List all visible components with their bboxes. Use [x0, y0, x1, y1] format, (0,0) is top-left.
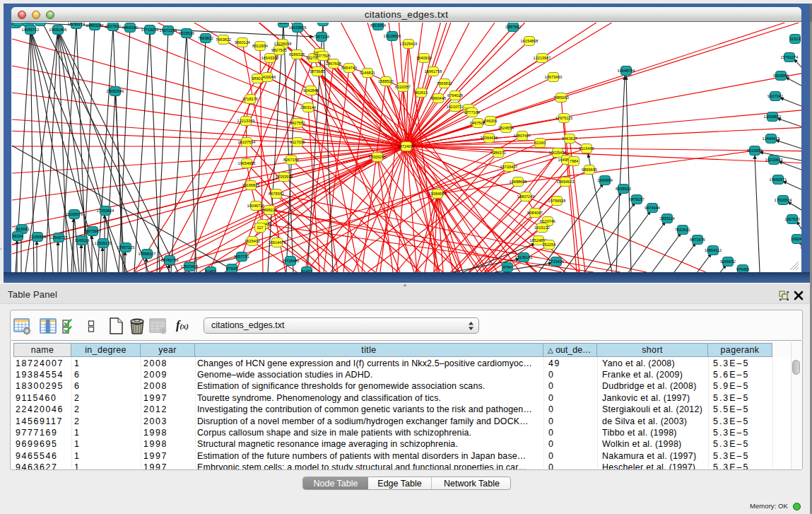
- svg-text:8220357: 8220357: [395, 85, 411, 89]
- svg-text:17957225: 17957225: [117, 245, 135, 250]
- svg-text:10654112: 10654112: [705, 248, 722, 252]
- svg-text:1733426: 1733426: [548, 259, 564, 264]
- svg-text:10025438: 10025438: [549, 151, 567, 155]
- svg-text:8990448: 8990448: [430, 96, 446, 100]
- svg-text:2987682: 2987682: [505, 25, 521, 29]
- svg-text:10958107: 10958107: [139, 252, 156, 256]
- svg-text:8215953: 8215953: [747, 148, 763, 153]
- svg-text:6497508: 6497508: [470, 121, 486, 125]
- svg-text:9827505: 9827505: [271, 48, 287, 52]
- svg-text:91433: 91433: [301, 269, 312, 272]
- svg-text:11513: 11513: [789, 37, 800, 41]
- svg-text:19384554: 19384554: [429, 192, 447, 196]
- svg-text:9041: 9041: [279, 23, 288, 25]
- svg-text:8912954: 8912954: [252, 44, 268, 48]
- svg-text:15136141: 15136141: [515, 255, 533, 259]
- svg-text:1588520: 1588520: [378, 79, 394, 83]
- svg-text:7515526: 7515526: [179, 31, 194, 35]
- svg-text:6120746: 6120746: [540, 219, 555, 223]
- svg-text:2803144: 2803144: [300, 105, 316, 110]
- svg-text:9146821: 9146821: [360, 71, 375, 75]
- svg-text:6479197: 6479197: [629, 197, 645, 201]
- svg-text:18724007: 18724007: [398, 144, 416, 148]
- svg-text:9117006: 9117006: [290, 140, 305, 144]
- svg-text:12923406: 12923406: [181, 264, 199, 269]
- svg-text:8678352: 8678352: [269, 192, 284, 196]
- svg-text:3498222: 3498222: [261, 208, 277, 212]
- svg-text:19166825: 19166825: [242, 183, 260, 187]
- svg-text:109246: 109246: [791, 237, 801, 241]
- svg-text:19654985: 19654985: [238, 161, 256, 165]
- svg-text:10688609: 10688609: [510, 180, 527, 184]
- svg-text:3875685: 3875685: [310, 69, 325, 74]
- svg-text:9463627: 9463627: [562, 136, 577, 141]
- svg-text:20691406: 20691406: [49, 28, 67, 32]
- svg-text:87645: 87645: [226, 267, 237, 271]
- svg-text:12093822: 12093822: [764, 115, 782, 119]
- svg-text:16961758: 16961758: [425, 69, 442, 74]
- svg-text:19756928: 19756928: [548, 199, 566, 203]
- svg-text:9242848: 9242848: [303, 88, 319, 93]
- svg-text:9660124: 9660124: [235, 40, 250, 45]
- svg-text:12975115: 12975115: [555, 116, 572, 120]
- svg-text:9115460: 9115460: [579, 146, 594, 151]
- svg-text:19654923: 19654923: [557, 180, 575, 184]
- svg-text:92450: 92450: [205, 269, 216, 272]
- svg-text:9329966: 9329966: [773, 74, 789, 78]
- svg-text:12505135: 12505135: [95, 241, 112, 245]
- svg-text:1615132: 1615132: [534, 226, 550, 230]
- svg-text:1167533: 1167533: [784, 217, 799, 221]
- svg-text:16210643: 16210643: [765, 158, 783, 162]
- svg-text:9084067: 9084067: [527, 211, 543, 215]
- svg-text:20364436: 20364436: [481, 136, 498, 140]
- svg-text:10719155: 10719155: [141, 28, 159, 32]
- svg-text:15720407: 15720407: [500, 165, 518, 169]
- svg-text:16648784: 16648784: [618, 69, 635, 73]
- svg-text:19218506: 19218506: [384, 34, 401, 38]
- svg-text:7386372: 7386372: [490, 151, 506, 155]
- svg-text:746206: 746206: [484, 119, 498, 123]
- svg-text:16154808: 16154808: [521, 39, 539, 43]
- svg-text:13325419: 13325419: [400, 42, 418, 46]
- svg-text:12353594: 12353594: [276, 175, 293, 179]
- svg-text:17353924: 17353924: [97, 209, 114, 213]
- svg-text:3915061: 3915061: [14, 227, 30, 231]
- svg-text:8471676: 8471676: [690, 238, 705, 242]
- svg-text:9377505: 9377505: [315, 54, 331, 58]
- svg-text:12942737: 12942737: [50, 235, 68, 240]
- svg-text:15751074: 15751074: [781, 55, 799, 59]
- svg-text:16914479: 16914479: [269, 240, 286, 245]
- svg-text:7663822: 7663822: [216, 37, 231, 42]
- svg-text:8454749: 8454749: [341, 66, 357, 70]
- svg-text:976455: 976455: [736, 267, 750, 271]
- svg-text:15716485: 15716485: [282, 259, 300, 263]
- svg-text:17016504: 17016504: [775, 198, 792, 202]
- svg-text:16210722: 16210722: [447, 105, 464, 109]
- svg-text:9657791: 9657791: [234, 255, 249, 259]
- svg-text:16543362: 16543362: [261, 56, 279, 60]
- svg-text:20975867: 20975867: [84, 229, 102, 233]
- svg-text:2867608: 2867608: [326, 62, 341, 66]
- svg-text:18300295: 18300295: [369, 155, 387, 159]
- svg-text:9899695: 9899695: [582, 168, 597, 172]
- svg-text:1540910: 1540910: [416, 56, 432, 60]
- svg-text:8186328: 8186328: [289, 52, 305, 57]
- svg-text:18807249: 18807249: [517, 194, 535, 199]
- svg-text:8813054: 8813054: [370, 23, 386, 28]
- svg-text:9777169: 9777169: [464, 110, 480, 115]
- svg-text:14055712: 14055712: [22, 28, 40, 32]
- svg-text:10853287: 10853287: [86, 23, 104, 28]
- svg-text:6466160: 6466160: [122, 25, 138, 30]
- svg-text:12444419: 12444419: [763, 136, 780, 141]
- svg-text:8113: 8113: [24, 23, 33, 24]
- svg-text:7663822: 7663822: [198, 36, 213, 40]
- svg-text:117: 117: [257, 226, 264, 230]
- svg-text:3624554: 3624554: [498, 126, 514, 130]
- svg-text:39154: 39154: [12, 234, 23, 238]
- svg-text:16033809: 16033809: [289, 25, 307, 30]
- svg-text:16782759: 16782759: [161, 258, 179, 262]
- svg-text:1640954: 1640954: [597, 178, 613, 182]
- svg-text:62160: 62160: [534, 141, 546, 145]
- svg-text:12213967: 12213967: [534, 56, 551, 60]
- svg-text:7955812: 7955812: [437, 81, 452, 86]
